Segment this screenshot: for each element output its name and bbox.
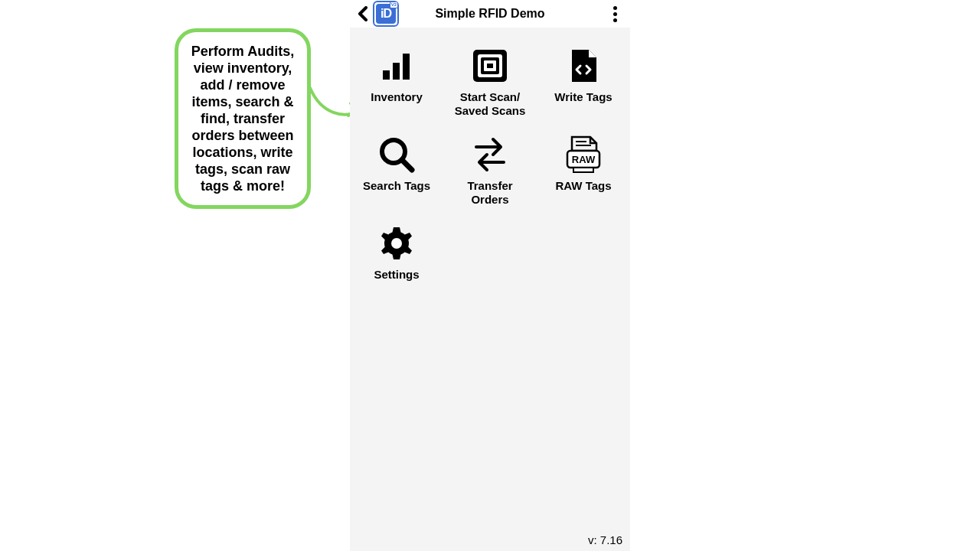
menu-item-label: Inventory [371,90,423,104]
raw-badge-text: RAW [572,154,596,165]
menu-item-label: Write Tags [554,90,612,104]
feature-callout-text: Perform Audits, view inventory, add / re… [191,44,294,194]
scan-icon [467,44,513,87]
back-button[interactable] [354,3,371,24]
app-logo: iD V2 [373,1,399,27]
app-header: iD V2 Simple RFID Demo [350,0,630,28]
gear-icon [374,222,420,265]
menu-item-label: Transfer Orders [467,179,512,207]
svg-rect-13 [573,168,593,172]
menu-item-label: Search Tags [363,179,430,193]
file-code-icon [560,44,606,87]
svg-point-14 [391,238,402,249]
svg-rect-0 [383,70,390,80]
svg-rect-1 [393,63,400,80]
app-screen: iD V2 Simple RFID Demo Inventory [350,0,630,551]
menu-item-label: RAW Tags [555,179,611,193]
menu-item-search-tags[interactable]: Search Tags [350,130,443,214]
dots-vertical-icon [613,6,617,10]
svg-rect-2 [403,54,410,80]
chevron-left-icon [357,6,369,21]
menu-item-write-tags[interactable]: Write Tags [537,41,630,126]
menu-item-transfer-orders[interactable]: Transfer Orders [443,130,537,214]
version-label: v: 7.16 [588,533,622,546]
raw-printer-icon: RAW [560,133,606,176]
menu-item-label: Start Scan/ Saved Scans [455,90,526,118]
app-logo-badge: V2 [390,2,398,8]
svg-line-9 [402,160,412,170]
feature-callout: Perform Audits, view inventory, add / re… [175,28,311,209]
menu-item-label: Settings [374,268,419,282]
bars-icon [374,44,420,87]
overflow-menu-button[interactable] [606,0,624,28]
menu-item-inventory[interactable]: Inventory [350,41,443,126]
transfer-icon [467,133,513,176]
svg-rect-7 [487,64,493,68]
menu-item-start-scan[interactable]: Start Scan/ Saved Scans [443,41,537,126]
menu-item-settings[interactable]: Settings [350,219,443,289]
search-icon [374,133,420,176]
home-menu-grid: Inventory Start Scan/ Saved Scans [350,28,630,551]
menu-item-raw-tags[interactable]: RAW RAW Tags [537,130,630,214]
